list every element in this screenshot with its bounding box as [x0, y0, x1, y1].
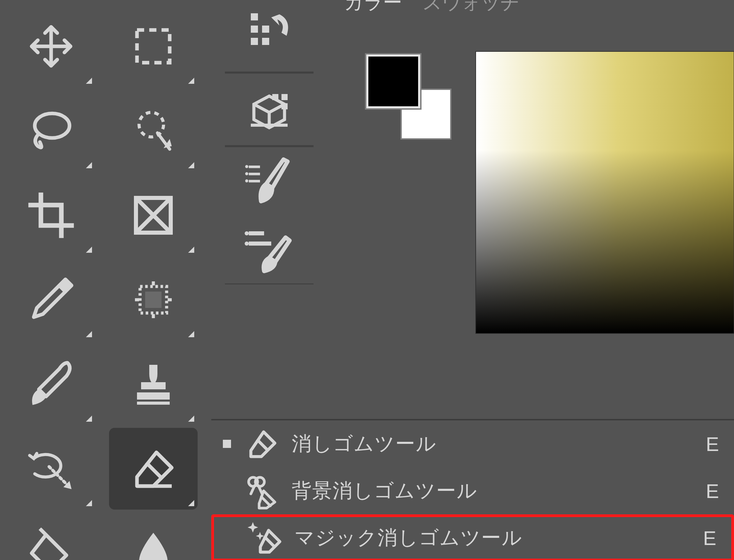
panel-column — [225, 0, 314, 375]
svg-rect-22 — [262, 38, 269, 45]
brush-presets-button[interactable] — [244, 222, 295, 273]
patch-icon — [128, 274, 179, 325]
menu-item-label: マジック消しゴムツール — [294, 525, 691, 551]
menu-item-shortcut: E — [706, 480, 719, 502]
tool-quick-select[interactable] — [109, 90, 198, 172]
stamp-icon — [128, 359, 179, 410]
svg-point-33 — [245, 180, 248, 183]
menu-item-shortcut: E — [703, 527, 716, 549]
eraser-icon — [243, 425, 280, 463]
tool-history-brush[interactable] — [7, 428, 95, 510]
svg-rect-15 — [137, 402, 170, 405]
history-brush-icon — [26, 443, 77, 494]
tool-brush[interactable] — [7, 343, 95, 425]
lasso-icon — [26, 105, 77, 156]
svg-point-37 — [245, 242, 249, 246]
svg-point-4 — [139, 112, 164, 137]
tool-patch[interactable] — [109, 259, 198, 341]
svg-line-38 — [257, 439, 268, 451]
tool-move[interactable] — [7, 5, 95, 87]
color-field[interactable] — [475, 51, 734, 334]
svg-rect-14 — [137, 392, 170, 400]
svg-line-16 — [146, 463, 163, 479]
paint-bucket-icon — [26, 528, 77, 560]
svg-rect-9 — [145, 292, 162, 308]
tool-eraser[interactable] — [109, 428, 198, 510]
menu-item-shortcut: E — [706, 433, 719, 455]
svg-rect-2 — [137, 30, 170, 63]
tool-eyedropper[interactable] — [7, 259, 95, 341]
crop-icon — [26, 190, 77, 241]
tool-paint-bucket[interactable] — [7, 512, 95, 560]
magic-eraser-icon — [245, 519, 283, 557]
frame-icon — [128, 190, 179, 241]
tab-swatches[interactable]: スウォッチ — [423, 0, 520, 16]
tool-crop[interactable] — [7, 174, 95, 256]
svg-rect-21 — [262, 26, 269, 33]
menu-item-label: 背景消しゴムツール — [292, 478, 694, 504]
eraser-flyout-menu: 消しゴムツール E 背景消しゴムツール E マジック消しゴムツール E — [211, 419, 734, 560]
svg-point-32 — [245, 172, 248, 175]
svg-rect-20 — [251, 38, 258, 45]
fg-bg-swatches[interactable] — [366, 55, 452, 140]
menu-item-bg-eraser[interactable]: 背景消しゴムツール E — [211, 467, 734, 514]
brush-icon — [26, 359, 77, 410]
blur-icon — [128, 528, 179, 560]
svg-rect-29 — [249, 173, 260, 175]
move-icon — [26, 21, 77, 72]
bg-eraser-icon — [243, 472, 280, 510]
tab-color[interactable]: カラー — [344, 0, 402, 16]
marquee-icon — [128, 21, 179, 72]
svg-rect-35 — [249, 242, 271, 246]
svg-line-41 — [261, 497, 270, 506]
menu-item-magic-eraser[interactable]: マジック消しゴムツール E — [211, 514, 734, 560]
svg-rect-18 — [251, 13, 258, 20]
step-back-button[interactable] — [244, 10, 295, 61]
menu-item-label: 消しゴムツール — [292, 431, 694, 457]
svg-rect-27 — [251, 124, 288, 127]
tool-stamp[interactable] — [109, 343, 198, 425]
tool-marquee[interactable] — [109, 5, 198, 87]
svg-rect-28 — [249, 166, 260, 168]
eraser-icon — [128, 443, 179, 494]
svg-rect-34 — [249, 231, 264, 235]
svg-rect-24 — [272, 94, 278, 100]
tool-lasso[interactable] — [7, 90, 95, 172]
3d-panel-button[interactable] — [244, 84, 295, 135]
toolbox — [0, 0, 205, 560]
svg-rect-26 — [281, 103, 288, 109]
svg-rect-30 — [249, 180, 260, 183]
svg-rect-19 — [251, 26, 258, 33]
svg-rect-25 — [281, 94, 288, 100]
svg-line-42 — [264, 536, 275, 548]
quick-select-icon — [128, 105, 179, 156]
tool-blur[interactable] — [109, 512, 198, 560]
svg-point-3 — [35, 113, 70, 138]
eyedropper-icon — [26, 274, 77, 325]
active-tool-indicator — [223, 440, 231, 448]
menu-item-eraser[interactable]: 消しゴムツール E — [211, 420, 734, 467]
foreground-color-swatch[interactable] — [366, 55, 420, 108]
svg-point-31 — [245, 165, 248, 168]
tool-frame[interactable] — [109, 174, 198, 256]
brush-settings-button[interactable] — [244, 157, 295, 208]
svg-point-36 — [245, 231, 249, 235]
